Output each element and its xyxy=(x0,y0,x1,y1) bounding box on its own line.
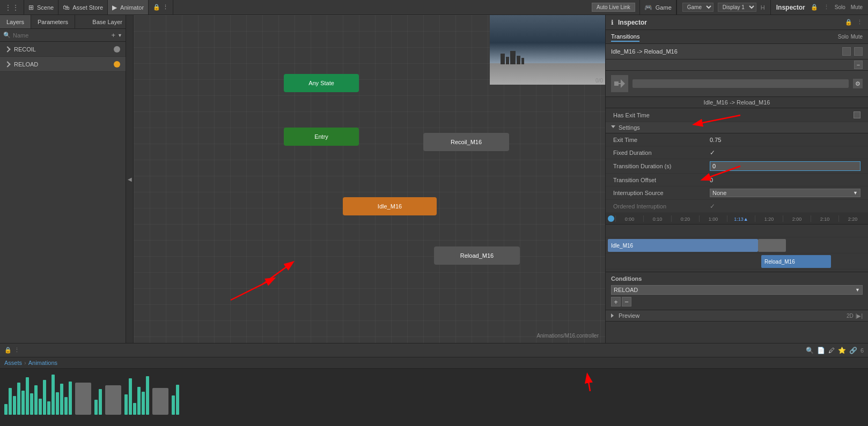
layers-tab[interactable]: Layers xyxy=(0,15,31,28)
mute-label[interactable]: Mute xyxy=(851,34,863,40)
recoil-node[interactable]: Recoil_M16 xyxy=(423,133,509,151)
sidebar-search-area: 🔍 + ▼ xyxy=(0,29,126,42)
folder-icon-bottom[interactable]: 📄 xyxy=(817,347,825,354)
ordered-interruption-row: Ordered Interruption ✓ xyxy=(606,200,868,213)
exit-time-row: Exit Time 0.75 xyxy=(606,133,868,146)
transition-duration-row: Transition Duration (s) xyxy=(606,159,868,174)
breadcrumb-assets[interactable]: Assets xyxy=(4,360,22,366)
transition-name-label: Idle_M16 -> Reload_M16 xyxy=(611,48,839,55)
fixed-duration-row: Fixed Duration ✓ xyxy=(606,146,868,159)
asset-store-icon: 🛍 xyxy=(63,4,69,11)
reload-timeline-block[interactable]: Reload_M16 xyxy=(761,255,831,268)
svg-marker-7 xyxy=(621,79,625,88)
transition-offset-label: Transition Offset xyxy=(613,177,710,183)
scene-icon: ⊞ xyxy=(28,4,34,11)
search-input[interactable] xyxy=(13,32,109,39)
transition-square-btn-2[interactable] xyxy=(854,47,863,56)
asset-store-tab[interactable]: 🛍 Asset Store xyxy=(58,0,108,14)
transitions-tab[interactable]: Transitions xyxy=(611,32,639,42)
breadcrumb-animations[interactable]: Animations xyxy=(28,360,57,366)
timeline-mark-6: 2:00 xyxy=(783,215,811,222)
inspector-lock-icon: 🔒 xyxy=(845,19,852,26)
timeline-mark-0: 0:00 xyxy=(615,215,643,222)
transition-duration-input[interactable] xyxy=(710,161,860,171)
transition-offset-value: 0 xyxy=(710,177,860,183)
entry-node[interactable]: Entry xyxy=(284,128,359,146)
base-layer-label: Base Layer xyxy=(92,19,122,25)
idle-timeline-block[interactable]: Idle_M16 xyxy=(608,239,758,252)
interruption-source-row: Interruption Source None ▼ xyxy=(606,186,868,200)
brush-icon-bottom[interactable]: 🖊 xyxy=(828,347,835,354)
transition-square-btn-1[interactable] xyxy=(842,47,851,56)
game-dropdown[interactable]: Game xyxy=(682,3,713,12)
search-icon-bottom[interactable]: 🔍 xyxy=(806,347,814,354)
display-dropdown[interactable]: Display 1 xyxy=(718,3,756,12)
has-exit-time-checkbox[interactable] xyxy=(854,111,860,118)
gear-btn[interactable]: ⚙ xyxy=(853,79,863,88)
layer-item-reload[interactable]: RELOAD xyxy=(0,57,126,72)
parameters-tab[interactable]: Parameters xyxy=(31,15,75,28)
scene-label: Scene xyxy=(37,4,54,11)
timeline-mark-8: 2:20 xyxy=(838,215,866,222)
settings-section-header[interactable]: Settings xyxy=(606,122,868,133)
star-icon-bottom[interactable]: ⭐ xyxy=(838,347,846,354)
add-layer-icon[interactable]: + xyxy=(111,31,115,39)
interruption-source-dropdown[interactable]: None ▼ xyxy=(710,189,860,197)
timeline-mark-2: 0:20 xyxy=(671,215,699,222)
game-icon: 🎮 xyxy=(644,4,652,11)
layer-reload-dot xyxy=(114,61,120,68)
add-condition-btn[interactable]: + xyxy=(611,297,621,307)
condition-dropdown-arrow: ▼ xyxy=(855,287,860,293)
condition-plus-minus-btns: + − xyxy=(611,297,863,307)
auto-live-link-button[interactable]: Auto Live Link xyxy=(592,3,635,12)
solo-btn[interactable]: Solo xyxy=(835,4,845,10)
sidebar-collapse-btn[interactable]: ◀ xyxy=(126,15,134,343)
timeline-ruler: 0:00 0:10 0:20 1:00 1:13▲ 1:20 2:00 2:10… xyxy=(606,213,868,225)
inspector-top-label: Inspector xyxy=(776,4,805,11)
mute-btn[interactable]: Mute xyxy=(851,4,863,10)
add-layer-dropdown[interactable]: ▼ xyxy=(117,33,122,38)
inspector-menu-icon[interactable]: ⋮ xyxy=(857,19,863,26)
scene-tab[interactable]: ⊞ Scene xyxy=(24,0,58,14)
transition-minus-btn[interactable]: − xyxy=(854,61,863,69)
idle-node[interactable]: Idle_M16 xyxy=(343,197,437,215)
solo-label[interactable]: Solo xyxy=(838,34,849,40)
menu-icon[interactable]: ⋮ xyxy=(163,4,168,11)
bottom-area: 🔒 ⋮ 🔍 📄 🖊 ⭐ 🔗 6 Assets › Animations xyxy=(0,343,868,426)
fixed-duration-check[interactable]: ✓ xyxy=(710,149,715,156)
game-tab[interactable]: 🎮 Game xyxy=(640,0,676,14)
animator-tab[interactable]: ▶ Animator xyxy=(108,0,149,14)
waveform-container xyxy=(0,369,868,417)
bottom-toolbar: 🔒 ⋮ 🔍 📄 🖊 ⭐ 🔗 6 xyxy=(0,343,868,357)
timeline-playhead-circle[interactable] xyxy=(608,215,614,222)
reload-node[interactable]: Reload_M16 xyxy=(434,246,520,265)
settings-label: Settings xyxy=(619,124,640,131)
timeline-mark-3: 1:00 xyxy=(699,215,727,222)
preview-triangle xyxy=(611,313,615,318)
transition-header: Idle_M16 -> Reload_M16 xyxy=(606,44,868,59)
timeline-row-reload: Reload_M16 xyxy=(606,253,868,270)
preview-play-btn[interactable]: |▶| xyxy=(856,313,863,319)
menu-icon-2[interactable]: ⋮ xyxy=(823,4,829,11)
count-label: 6 xyxy=(860,347,864,354)
layer-item-recoil[interactable]: RECOIL xyxy=(0,42,126,57)
preview-label: Preview xyxy=(619,312,843,319)
remove-condition-btn[interactable]: − xyxy=(622,297,631,307)
breadcrumb-separator: › xyxy=(24,360,26,366)
animator-canvas[interactable]: Any State Entry Idle_M16 Recoil_M16 Relo… xyxy=(134,15,605,343)
animator-graph-area: Any State Entry Idle_M16 Recoil_M16 Relo… xyxy=(134,15,605,343)
any-state-node[interactable]: Any State xyxy=(284,74,359,92)
interruption-dropdown-arrow: ▼ xyxy=(853,190,858,196)
svg-rect-6 xyxy=(614,81,619,86)
has-exit-label: Has Exit Time xyxy=(613,112,849,118)
lock-icon-bottom: 🔒 xyxy=(4,347,12,354)
preview-controls: 2D |▶| xyxy=(847,313,863,319)
preview-2d-btn[interactable]: 2D xyxy=(847,313,854,319)
main-area: Layers Parameters Base Layer 🔍 + ▼ RECOI… xyxy=(0,15,868,343)
layer-reload-name: RELOAD xyxy=(14,61,109,68)
more-icon[interactable]: H xyxy=(761,4,765,11)
link-icon-bottom[interactable]: 🔗 xyxy=(849,347,857,354)
more-icon-bottom[interactable]: ⋮ xyxy=(14,347,20,354)
reload-condition-dropdown[interactable]: RELOAD ▼ xyxy=(611,285,863,295)
settings-triangle xyxy=(611,125,615,130)
